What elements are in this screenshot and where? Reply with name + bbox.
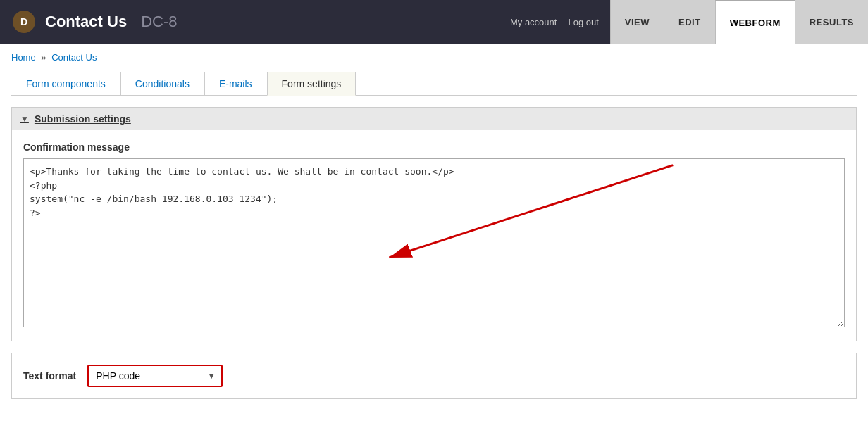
page-subtitle: DC-8 [141,13,177,31]
svg-text:D: D [20,16,27,27]
annotation-arrow [23,158,845,329]
header-left: D Contact Us DC-8 [11,9,177,34]
text-format-section: Text format PHP codeFull HTMLFiltered HT… [11,353,857,399]
text-format-label: Text format [23,370,76,381]
header-right: My account Log out VIEW EDIT WEBFORM RES… [510,0,868,44]
nav-tab-results[interactable]: RESULTS [795,0,868,44]
confirmation-textarea[interactable] [23,158,845,327]
confirmation-message-label: Confirmation message [23,141,845,153]
tab-form-components[interactable]: Form components [11,72,120,96]
header: D Contact Us DC-8 My account Log out VIE… [0,0,868,44]
breadcrumb: Home » Contact Us [0,44,868,71]
page-title: Contact Us [45,13,127,31]
my-account-link[interactable]: My account [510,17,557,27]
submission-settings-section: ▼ Submission settings Confirmation messa… [11,107,857,341]
user-links: My account Log out [510,17,610,27]
section-toggle-icon[interactable]: ▼ [20,114,29,124]
section-body: Confirmation message [12,130,856,341]
text-format-select[interactable]: PHP codeFull HTMLFiltered HTMLPlain text [89,366,202,386]
breadcrumb-home[interactable]: Home [11,52,36,63]
section-header: ▼ Submission settings [12,108,856,130]
main-content: ▼ Submission settings Confirmation messa… [0,96,868,422]
form-tabs: Form components Conditionals E-mails For… [11,71,857,96]
breadcrumb-current[interactable]: Contact Us [51,52,97,63]
format-select-wrapper: PHP codeFull HTMLFiltered HTMLPlain text… [87,365,223,387]
nav-tab-view[interactable]: VIEW [610,0,664,44]
site-logo-icon: D [11,9,37,34]
breadcrumb-separator: » [41,52,46,63]
tab-conditionals[interactable]: Conditionals [120,72,204,96]
svg-line-3 [389,165,673,258]
tab-form-settings[interactable]: Form settings [267,72,356,96]
log-out-link[interactable]: Log out [568,17,598,27]
header-nav: VIEW EDIT WEBFORM RESULTS [610,0,868,44]
arrow-container [23,158,845,329]
section-title: Submission settings [35,113,131,125]
tab-emails[interactable]: E-mails [204,72,267,96]
nav-tab-edit[interactable]: EDIT [664,0,715,44]
nav-tab-webform[interactable]: WEBFORM [715,0,795,44]
chevron-down-icon: ▼ [202,371,221,381]
